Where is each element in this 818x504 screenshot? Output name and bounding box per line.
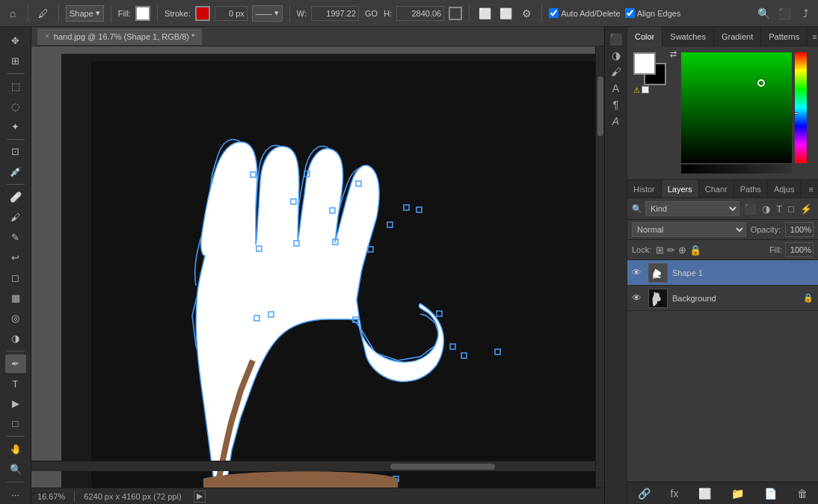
settings-icon[interactable]: ⚙ xyxy=(518,5,535,22)
align-center-icon[interactable]: ⬜ xyxy=(497,5,514,22)
h-label: H: xyxy=(384,9,392,18)
hand-tool[interactable]: 🤚 xyxy=(5,440,26,458)
color-gradient-field[interactable] xyxy=(681,52,792,163)
status-info-btn[interactable]: ▶ xyxy=(194,491,206,503)
clone-tool[interactable]: ✎ xyxy=(5,228,26,247)
pen-tool-icon[interactable]: 🖊 xyxy=(35,5,52,22)
color-spectrum-strip[interactable] xyxy=(798,52,807,163)
fg-color-swatch[interactable] xyxy=(633,52,656,75)
blur-tool[interactable]: ◎ xyxy=(5,309,26,328)
opacity-input[interactable] xyxy=(785,222,814,237)
pen-tool[interactable]: ✒ xyxy=(5,354,26,373)
crop-tool[interactable]: ⊡ xyxy=(5,142,26,161)
sep3 xyxy=(111,5,111,22)
home-icon[interactable]: ⌂ xyxy=(4,5,21,22)
share-icon[interactable]: ⤴ xyxy=(797,5,814,22)
tab-adjustments[interactable]: Adjus xyxy=(768,180,802,198)
brush-settings-icon[interactable]: 🖌 xyxy=(611,66,621,78)
move-tool[interactable]: ✥ xyxy=(5,31,26,50)
stroke-style-dropdown[interactable]: —— ▾ xyxy=(252,5,283,22)
width-input[interactable] xyxy=(311,6,359,21)
dodge-tool[interactable]: ◑ xyxy=(5,329,26,348)
color-content: ⚠ ⇄ xyxy=(627,46,818,179)
layers-icon[interactable]: ⬛ xyxy=(609,33,622,45)
smart-filter-icon[interactable]: ⚡ xyxy=(799,203,814,215)
blend-mode-dropdown[interactable]: Normal Multiply Screen Overlay xyxy=(632,222,746,237)
text-tool[interactable]: T xyxy=(5,375,26,393)
height-input[interactable] xyxy=(396,6,444,21)
path-select-tool[interactable]: ▶ xyxy=(5,395,26,414)
panel-menu-icon[interactable]: ≡ xyxy=(808,27,818,46)
sep7 xyxy=(541,5,542,22)
tab-close-btn[interactable]: × xyxy=(45,32,49,40)
pixel-filter-icon[interactable]: ⬛ xyxy=(742,203,757,215)
constrain-icon[interactable] xyxy=(449,7,462,20)
lock-pixels-icon[interactable]: ⊞ xyxy=(656,245,664,256)
more-tools[interactable]: ··· xyxy=(5,485,26,504)
fill-input[interactable] xyxy=(785,242,814,257)
lasso-tool[interactable]: ◌ xyxy=(5,97,26,116)
adjustments-icon[interactable]: ◑ xyxy=(612,49,621,61)
eyedropper-tool[interactable]: 💉 xyxy=(5,162,26,181)
align-edges-checkbox[interactable]: Align Edges xyxy=(625,8,681,18)
search-icon[interactable]: 🔍 xyxy=(755,5,772,22)
layer-visibility-toggle-bg[interactable]: 👁 xyxy=(632,292,644,304)
lock-artboard-icon[interactable]: ⊕ xyxy=(678,245,686,256)
layer-thumbnail-bg xyxy=(648,289,668,308)
stroke-width-input[interactable] xyxy=(215,6,247,21)
tab-patterns[interactable]: Patterns xyxy=(761,27,808,46)
tab-color[interactable]: Color xyxy=(627,27,662,46)
v-scroll-thumb[interactable] xyxy=(597,76,603,136)
gradient-tool[interactable]: ▦ xyxy=(5,289,26,307)
char-icon[interactable]: A xyxy=(612,82,619,94)
adj-filter-icon[interactable]: ◑ xyxy=(760,203,772,215)
add-mask-icon[interactable]: ⬜ xyxy=(698,488,711,500)
auto-add-delete-checkbox[interactable]: Auto Add/Delete xyxy=(549,8,621,18)
delete-layer-icon[interactable]: 🗑 xyxy=(797,488,808,500)
lock-position-icon[interactable]: ✏ xyxy=(667,245,675,256)
magic-wand-tool[interactable]: ✦ xyxy=(5,117,26,136)
layer-filter-dropdown[interactable]: Kind xyxy=(645,201,739,216)
tab-layers[interactable]: Layers xyxy=(662,180,699,198)
h-scroll-thumb[interactable] xyxy=(390,464,495,470)
shape-tool[interactable]: □ xyxy=(5,414,26,433)
brush-tool[interactable]: 🖌 xyxy=(5,208,26,227)
lock-all-icon[interactable]: 🔒 xyxy=(689,245,701,256)
layer-visibility-toggle-shape1[interactable]: 👁 xyxy=(632,267,644,278)
history-brush-tool[interactable]: ↩ xyxy=(5,248,26,267)
layers-panel-menu-icon[interactable]: ≡ xyxy=(805,180,818,197)
tab-paths[interactable]: Paths xyxy=(734,180,768,198)
link-layers-icon[interactable]: 🔗 xyxy=(638,488,651,500)
align-left-icon[interactable]: ⬜ xyxy=(476,5,493,22)
layer-row-shape1[interactable]: 👁 Shape 1 xyxy=(627,260,818,286)
shape-filter-icon[interactable]: □ xyxy=(787,203,796,215)
v-scrollbar[interactable] xyxy=(595,46,604,488)
marquee-tool[interactable]: ⬚ xyxy=(5,77,26,96)
font-icon[interactable]: A xyxy=(612,115,619,127)
shape-dropdown[interactable]: Shape ▾ xyxy=(66,5,104,22)
tab-channels[interactable]: Chanr xyxy=(699,180,734,198)
tab-gradient[interactable]: Gradient xyxy=(714,27,761,46)
tab-swatches[interactable]: Swatches xyxy=(662,27,714,46)
zoom-tool[interactable]: 🔍 xyxy=(5,460,26,479)
healing-tool[interactable]: 🩹 xyxy=(5,188,26,206)
layer-row-background[interactable]: 👁 Background 🔒 xyxy=(627,286,818,311)
swap-colors-icon[interactable]: ⇄ xyxy=(670,49,677,59)
new-group-icon[interactable]: 📁 xyxy=(731,488,744,500)
h-scrollbar[interactable] xyxy=(31,461,595,471)
new-layer-icon[interactable]: 📄 xyxy=(764,488,777,500)
canvas-container[interactable] xyxy=(31,46,604,488)
add-effect-icon[interactable]: fx xyxy=(671,488,679,500)
tool-sep-6 xyxy=(7,482,25,482)
para-icon[interactable]: ¶ xyxy=(613,99,619,111)
tool-sep-5 xyxy=(7,436,25,437)
fill-color-swatch[interactable] xyxy=(135,6,150,21)
eraser-tool[interactable]: ◻ xyxy=(5,268,26,287)
arrange-icon[interactable]: ⬛ xyxy=(776,5,793,22)
stroke-color-swatch[interactable] xyxy=(195,6,210,21)
tab-history[interactable]: Histor xyxy=(627,180,662,198)
type-filter-icon[interactable]: T xyxy=(775,203,784,215)
document-tab[interactable]: × hand.jpg @ 16.7% (Shape 1, RGB/8) * xyxy=(37,28,202,45)
layer-name-bg: Background xyxy=(672,294,799,303)
artboard-tool[interactable]: ⊞ xyxy=(5,52,26,70)
